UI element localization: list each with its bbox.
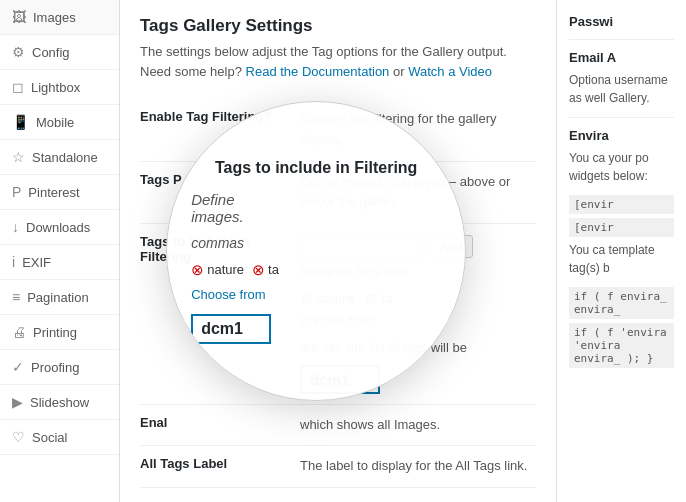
enal-desc: which shows all Images.	[300, 417, 440, 432]
sidebar-label-pagination: Pagination	[27, 290, 88, 305]
sidebar-item-social[interactable]: ♡ Social	[0, 420, 119, 455]
sidebar-item-downloads[interactable]: ↓ Downloads	[0, 210, 119, 245]
page-desc-text: The settings below adjust the Tag option…	[140, 44, 507, 59]
commas-text: commas	[191, 235, 244, 251]
code-3: if ( f envira_ envira_	[569, 287, 674, 319]
magnifier-content: Tags to include in Filtering Define imag…	[167, 129, 465, 374]
sidebar-item-standalone[interactable]: ☆ Standalone	[0, 140, 119, 175]
sidebar-label-printing: Printing	[33, 325, 77, 340]
lightbox-icon: ◻	[12, 79, 24, 95]
table-row-enal: Enal which shows all Images.	[140, 404, 536, 446]
sidebar-item-pinterest[interactable]: P Pinterest	[0, 175, 119, 210]
setting-label-enal: Enal	[140, 404, 300, 446]
mag-nature-label: nature	[207, 262, 244, 277]
pinterest-icon: P	[12, 184, 21, 200]
divider-2	[569, 117, 674, 118]
images-icon: 🖼	[12, 9, 26, 25]
setting-value-enal: which shows all Images.	[300, 404, 536, 446]
help-or: or	[393, 64, 405, 79]
mobile-icon: 📱	[12, 114, 29, 130]
slideshow-icon: ▶	[12, 394, 23, 410]
code-2: [envir	[569, 218, 674, 237]
help-prefix: Need some help?	[140, 64, 242, 79]
sidebar-label-social: Social	[32, 430, 67, 445]
pagination-icon: ≡	[12, 289, 20, 305]
mag-remove-nature-icon[interactable]: ⊗	[191, 261, 204, 279]
setting-label-all-tags: All Tags Label	[140, 446, 300, 488]
sidebar-label-pinterest: Pinterest	[28, 185, 79, 200]
code-1: [envir	[569, 195, 674, 214]
sidebar-item-lightbox[interactable]: ◻ Lightbox	[0, 70, 119, 105]
sidebar-label-mobile: Mobile	[36, 115, 74, 130]
table-row-all-tags: All Tags Label The label to display for …	[140, 446, 536, 488]
proofing-icon: ✓	[12, 359, 24, 375]
sidebar: 🖼 Images ⚙ Config ◻ Lightbox 📱 Mobile ☆ …	[0, 0, 120, 502]
main-content: Tags Gallery Settings The settings below…	[120, 0, 556, 502]
mag-choose-from-link[interactable]: Choose from	[191, 287, 441, 302]
setting-value-all-tags: The label to display for the All Tags li…	[300, 446, 536, 488]
envira-title: Envira	[569, 128, 674, 143]
magnifier-commas: commas	[191, 235, 441, 251]
page-title: Tags Gallery Settings	[140, 16, 536, 36]
all-tags-desc: The label to display for the All Tags li…	[300, 458, 527, 473]
watch-video-link[interactable]: Watch a Video	[408, 64, 492, 79]
code-4: if ( f 'envira 'envira envira_ ); }	[569, 323, 674, 368]
sidebar-label-proofing: Proofing	[31, 360, 79, 375]
email-desc: Optiona username as well Gallery.	[569, 71, 674, 107]
exif-icon: i	[12, 254, 15, 270]
sidebar-item-mobile[interactable]: 📱 Mobile	[0, 105, 119, 140]
magnifier-tags: ⊗ nature ⊗ ta	[191, 261, 441, 279]
sidebar-item-exif[interactable]: i EXIF	[0, 245, 119, 280]
downloads-icon: ↓	[12, 219, 19, 235]
sidebar-item-proofing[interactable]: ✓ Proofing	[0, 350, 119, 385]
mag-tag-input[interactable]	[191, 314, 271, 344]
sidebar-item-pagination[interactable]: ≡ Pagination	[0, 280, 119, 315]
mag-tag-ta: ⊗ ta	[252, 261, 279, 279]
config-icon: ⚙	[12, 44, 25, 60]
page-description: The settings below adjust the Tag option…	[140, 42, 536, 81]
sidebar-item-slideshow[interactable]: ▶ Slideshow	[0, 385, 119, 420]
magnifier-define: Define images.	[191, 191, 441, 225]
sidebar-item-images[interactable]: 🖼 Images	[0, 0, 119, 35]
define-rest: images.	[191, 208, 244, 225]
sidebar-label-lightbox: Lightbox	[31, 80, 80, 95]
sidebar-label-config: Config	[32, 45, 70, 60]
sidebar-label-slideshow: Slideshow	[30, 395, 89, 410]
sidebar-label-downloads: Downloads	[26, 220, 90, 235]
envira-desc: You ca your po widgets below:	[569, 149, 674, 185]
mag-tag-nature: ⊗ nature	[191, 261, 244, 279]
sidebar-label-images: Images	[33, 10, 76, 25]
password-title: Passwi	[569, 14, 674, 29]
define-text: Define	[191, 191, 234, 208]
sidebar-item-printing[interactable]: 🖨 Printing	[0, 315, 119, 350]
mag-ta-label: ta	[268, 262, 279, 277]
mag-remove-ta-icon[interactable]: ⊗	[252, 261, 265, 279]
sidebar-label-exif: EXIF	[22, 255, 51, 270]
magnifier-overlay: Tags to include in Filtering Define imag…	[166, 101, 466, 401]
email-title: Email A	[569, 50, 674, 65]
mag-input-row	[191, 314, 441, 344]
right-panel: Passwi Email A Optiona username as well …	[556, 0, 686, 502]
read-documentation-link[interactable]: Read the Documentation	[246, 64, 390, 79]
divider-1	[569, 39, 674, 40]
printing-icon: 🖨	[12, 324, 26, 340]
envira-desc2: You ca template tag(s) b	[569, 241, 674, 277]
sidebar-item-config[interactable]: ⚙ Config	[0, 35, 119, 70]
social-icon: ♡	[12, 429, 25, 445]
standalone-icon: ☆	[12, 149, 25, 165]
sidebar-label-standalone: Standalone	[32, 150, 98, 165]
magnifier-title: Tags to include in Filtering	[191, 159, 441, 177]
